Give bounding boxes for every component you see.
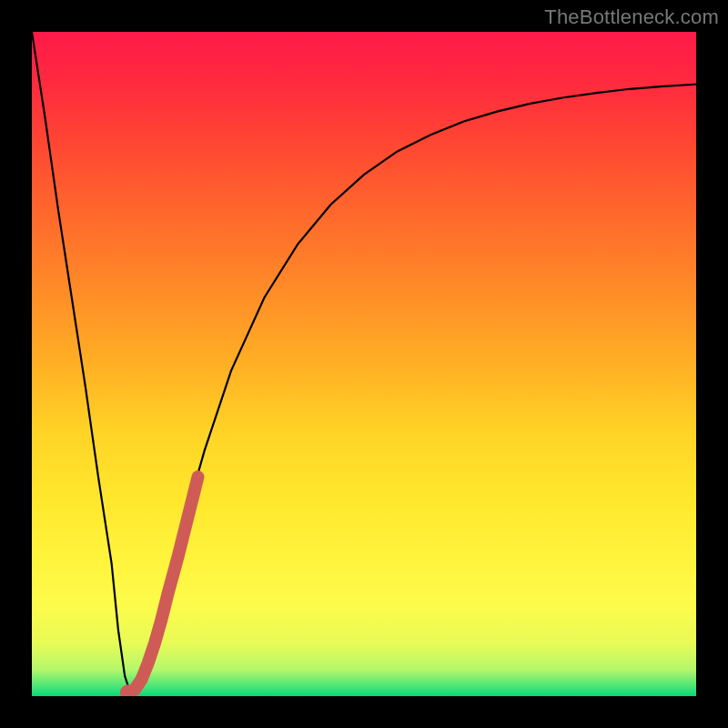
chart-frame: TheBottleneck.com xyxy=(0,0,728,728)
plot-background-gradient xyxy=(32,32,696,696)
watermark-text: TheBottleneck.com xyxy=(544,5,719,29)
